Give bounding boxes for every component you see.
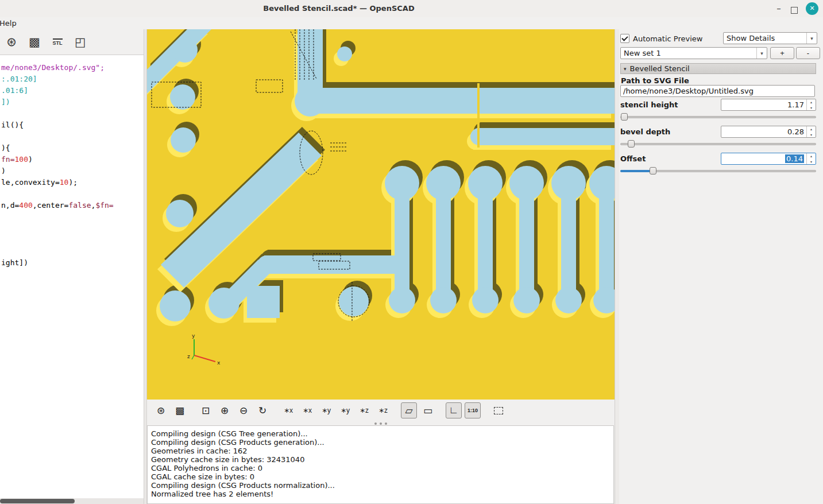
console-line: Compiling design (CSG Tree generation)..…	[151, 429, 610, 438]
param-stencil-height-spinbox[interactable]: 1.17▴▾	[721, 99, 816, 111]
maximize-button[interactable]	[791, 2, 798, 15]
view-front-icon: ∗y	[322, 406, 331, 414]
automatic-preview-checkbox[interactable]	[620, 34, 629, 43]
param-bevel-depth-value[interactable]: 0.28	[721, 126, 806, 137]
view-left-button[interactable]: ∗x	[299, 402, 315, 418]
zoom-out-button[interactable]: ⊖	[235, 402, 252, 418]
console-log: Compiling design (CSG Tree generation)..…	[148, 426, 613, 502]
view-bottom-icon: ∗z	[378, 406, 388, 414]
view-all-button[interactable]: ⊡	[198, 402, 214, 418]
slider-handle[interactable]	[628, 140, 635, 148]
spin-down-icon[interactable]: ▾	[807, 132, 816, 138]
param-stencil-height-slider[interactable]	[620, 113, 816, 121]
param-offset-value[interactable]: 0.14	[721, 153, 806, 164]
menu-help[interactable]: Help	[0, 19, 20, 28]
editor[interactable]: me/none3/Desktop/.svg";:.01:20].01:6]]) …	[0, 55, 144, 498]
code-line	[1, 188, 144, 200]
console-line: Compiling design (CSG Products generatio…	[151, 438, 610, 447]
param-stencil-height-value[interactable]: 1.17	[721, 99, 806, 110]
export-stl-icon: STL	[53, 38, 63, 46]
view-render-button[interactable]: ▩	[172, 402, 188, 418]
console-line: CGAL cache size in bytes: 0	[151, 472, 610, 481]
zoom-in-button[interactable]: ⊕	[217, 402, 233, 418]
view-front-button[interactable]: ∗y	[318, 402, 334, 418]
view-top-button[interactable]: ∗z	[356, 402, 372, 418]
show-axes-button[interactable]: ∟	[446, 402, 462, 418]
preset-dropdown-value: New set 1	[624, 49, 661, 57]
console-splitter[interactable]	[147, 421, 615, 425]
preview-button[interactable]: ⊛	[2, 33, 21, 51]
svg-path-input[interactable]	[620, 85, 815, 97]
customizer-splitter[interactable]	[615, 29, 619, 504]
dropdown-arrow-button[interactable]: ▾	[806, 33, 817, 44]
code-line: ){	[1, 142, 144, 154]
view-toolbar: ⊛▩⊡⊕⊖↻∗x∗x∗y∗y∗z∗z▱▭∟1:10	[147, 400, 615, 421]
param-offset-slider[interactable]	[620, 167, 816, 175]
view-back-button[interactable]: ∗y	[337, 402, 353, 418]
export-stl-button[interactable]: STL	[48, 33, 67, 51]
spin-up-icon[interactable]: ▴	[807, 126, 816, 132]
spin-down-icon[interactable]: ▾	[807, 105, 816, 111]
details-dropdown[interactable]: Show Details ▾	[723, 32, 817, 44]
slider-handle[interactable]	[650, 167, 656, 175]
slider-handle[interactable]	[621, 113, 628, 121]
view-preview-button[interactable]: ⊛	[153, 402, 169, 418]
code-line: n,d=400,center=false,$fn=	[1, 200, 144, 211]
reset-view-icon: ↻	[258, 405, 266, 417]
chevron-down-icon: ▾	[624, 66, 627, 72]
console-line: Normalized tree has 2 elements!	[151, 490, 610, 498]
grip-icon	[380, 422, 382, 425]
spin-up-icon[interactable]: ▴	[807, 153, 816, 159]
code-line: :.01:20]	[1, 73, 144, 85]
perspective-icon: ▱	[405, 405, 412, 417]
group-title: Bevelled Stencil	[630, 64, 690, 73]
param-bevel-depth-label: bevel depth	[620, 127, 670, 136]
code-line: ight])	[1, 257, 144, 269]
add-preset-button[interactable]: +	[770, 47, 794, 59]
view-all-icon: ⊡	[202, 405, 210, 417]
selected-text: 0.14	[785, 154, 804, 163]
show-scale-markers-button[interactable]: 1:10	[465, 402, 481, 418]
console[interactable]: Compiling design (CSG Tree generation)..…	[147, 425, 614, 504]
reset-view-button[interactable]: ↻	[254, 402, 271, 418]
zoom-out-icon: ⊖	[239, 405, 248, 417]
param-offset-spinbox[interactable]: 0.14▴▾	[721, 153, 816, 165]
spin-down-icon[interactable]: ▾	[807, 159, 816, 165]
window-controls: – ✕	[775, 0, 818, 17]
param-bevel-depth-slider[interactable]	[620, 140, 816, 148]
view-bottom-button[interactable]: ∗z	[375, 402, 391, 418]
automatic-preview-label: Automatic Preview	[633, 34, 702, 43]
spin-up-icon[interactable]: ▴	[807, 99, 816, 105]
svg-path-label: Path to SVG File	[621, 76, 689, 85]
minimize-button[interactable]: –	[775, 0, 783, 17]
scrollbar-thumb[interactable]	[0, 499, 75, 503]
maximize-icon	[791, 7, 798, 14]
remove-preset-button[interactable]: -	[796, 47, 820, 59]
details-dropdown-value: Show Details	[727, 34, 775, 42]
customizer-panel: Automatic Preview Show Details ▾ New set…	[619, 29, 823, 504]
param-bevel-depth-spinbox[interactable]: 0.28▴▾	[721, 126, 816, 138]
render-button[interactable]: ▩	[25, 33, 44, 51]
svg-text:z: z	[187, 354, 190, 359]
console-line: CGAL Polyhedrons in cache: 0	[151, 464, 610, 472]
orthogonal-button[interactable]: ▭	[420, 402, 436, 418]
3d-viewport[interactable]: yxz	[147, 29, 615, 400]
console-line: Geometry cache size in bytes: 32431040	[151, 455, 610, 464]
editor-hscrollbar[interactable]	[0, 498, 144, 504]
preset-row: New set 1 ▾ + -	[620, 47, 816, 59]
close-button[interactable]: ✕	[806, 2, 818, 15]
export-model-button[interactable]: ◰	[71, 33, 90, 51]
param-offset-label: Offset	[620, 154, 646, 163]
preset-dropdown[interactable]: New set 1 ▾	[620, 47, 767, 59]
perspective-button[interactable]: ▱	[401, 402, 417, 418]
code-line: )	[1, 165, 144, 177]
param-stencil-height-label: stencil height	[620, 100, 678, 109]
code-line: me/none3/Desktop/.svg";	[1, 62, 144, 73]
console-line: Compiling design (CSG Products normaliza…	[151, 481, 610, 490]
measure-button[interactable]	[490, 402, 507, 418]
group-header-bevelled-stencil[interactable]: ▾ Bevelled Stencil	[620, 63, 816, 74]
view-right-button[interactable]: ∗x	[280, 402, 296, 418]
code-line: ])	[1, 96, 144, 108]
code-line	[1, 234, 144, 246]
dropdown-arrow-button[interactable]: ▾	[756, 48, 767, 59]
